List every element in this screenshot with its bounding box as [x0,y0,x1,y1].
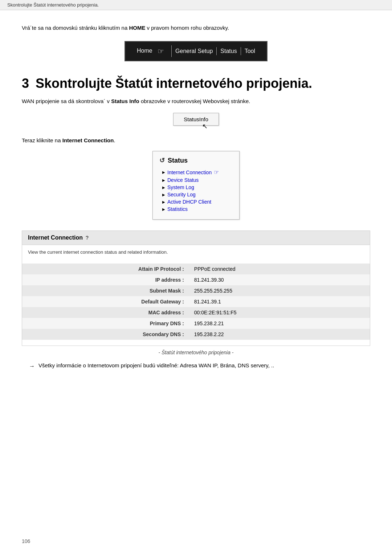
section-title: Skontrolujte Štatút internetového pripoj… [36,76,312,91]
table-row: MAC address : 00:0E:2E:91:51:F5 [22,307,370,318]
section-desc-before: WAN pripojenie sa dá skontrolova´ v [22,98,111,104]
nav-general-setup[interactable]: General Setup [172,47,217,55]
top-bar-label: Skontrolujte Štatút internetového pripoj… [7,2,99,8]
caption: - Štatút internetového pripojenia - [22,350,370,355]
value-4: 00:0E:2E:91:51:F5 [189,307,370,318]
nav-image-container: Home ☞ General Setup Status Tool [22,41,370,61]
label-2: Subnet Mask : [22,285,189,296]
statusinfo-container: StatusInfo ↖ [22,113,370,126]
statusinfo-button[interactable]: StatusInfo ↖ [173,113,219,126]
arrow-icon-4: ▶ [162,193,165,197]
label-5: Primary DNS : [22,318,189,329]
help-icon: ? [86,235,89,241]
click-instruction: Teraz kliknite na Internet Connection. [22,136,370,145]
status-item-label-1: Device Status [167,177,199,183]
intro-paragraph: Vrá´te sa na domovskú stránku kliknutím … [22,24,370,32]
click-after: . [114,137,115,143]
internet-connection-header: Internet Connection ? [22,231,370,245]
footer-note: → Všetky informácie o Internetovom pripo… [29,361,370,371]
cursor-icon-menu: ☞ [214,169,219,176]
internet-connection-description: View the current internet connection sta… [28,249,168,255]
section-number: 3 [22,76,29,91]
nav-tool[interactable]: Tool [241,47,259,55]
status-refresh-icon: ↺ [159,156,165,164]
status-item-label-2: System Log [167,184,194,190]
table-row: IP address : 81.241.39.30 [22,274,370,285]
value-5: 195.238.2.21 [189,318,370,329]
intro-bold: HOME [129,25,145,31]
value-1: 81.241.39.30 [189,274,370,285]
internet-connection-box: Internet Connection ? View the current i… [22,230,370,346]
status-menu-title: ↺ Status [159,156,229,164]
status-item-label-5: Statistics [167,206,188,212]
value-0: PPPoE connected [189,264,370,274]
label-1: IP address : [22,274,189,285]
section-desc-after: obrazovke v routerovskej Webovskej strán… [139,98,250,104]
statusinfo-cursor-icon: ↖ [202,122,208,130]
nav-status[interactable]: Status [217,47,241,55]
footer-arrow-icon: → [29,362,35,371]
click-bold: Internet Connection [62,137,114,143]
nav-home[interactable]: Home ☞ [133,45,172,57]
status-menu-system-log[interactable]: ▶ System Log [159,184,229,191]
section-heading: 3 Skontrolujte Štatút internetového prip… [22,76,370,91]
footer-note-text: Všetky informácie o Internetovom pripoje… [38,361,274,371]
value-6: 195.238.2.22 [189,329,370,340]
status-menu-container: ↺ Status ▶ Internet Connection ☞ ▶ Devic… [22,151,370,220]
statusinfo-label: StatusInfo [184,116,208,122]
status-menu-device-status[interactable]: ▶ Device Status [159,176,229,184]
table-row: Subnet Mask : 255.255.255.255 [22,285,370,296]
label-4: MAC address : [22,307,189,318]
status-item-label-0: Internet Connection [167,170,212,175]
arrow-icon-2: ▶ [162,178,165,182]
label-6: Secondary DNS : [22,329,189,340]
status-menu-statistics[interactable]: ▶ Statistics [159,205,229,213]
main-content: Vrá´te sa na domovskú stránku kliknutím … [0,10,392,389]
status-item-label-4: Active DHCP Client [167,199,211,205]
arrow-icon-1: ▶ [162,170,165,174]
cursor-icon: ☞ [154,46,168,56]
arrow-icon-3: ▶ [162,185,165,189]
section-desc: WAN pripojenie sa dá skontrolova´ v Stat… [22,97,370,106]
status-menu: ↺ Status ▶ Internet Connection ☞ ▶ Devic… [152,151,240,220]
status-menu-security-log[interactable]: ▶ Security Log [159,191,229,198]
table-row: Primary DNS : 195.238.2.21 [22,318,370,329]
nav-bar-mockup: Home ☞ General Setup Status Tool [124,41,268,61]
internet-connection-title: Internet Connection [28,234,83,241]
label-3: Default Gateway : [22,296,189,307]
status-menu-internet-connection[interactable]: ▶ Internet Connection ☞ [159,168,229,176]
section-desc-bold: Status Info [111,98,139,104]
arrow-icon-5: ▶ [162,200,165,204]
value-2: 255.255.255.255 [189,285,370,296]
table-row: Secondary DNS : 195.238.2.22 [22,329,370,340]
intro-after: v pravom hornom rohu obrazovky. [145,25,229,31]
table-row: Attain IP Protocol : PPPoE connected [22,264,370,274]
arrow-icon-6: ▶ [162,207,165,211]
info-table-body: Attain IP Protocol : PPPoE connected IP … [22,264,370,340]
value-3: 81.241.39.1 [189,296,370,307]
label-0: Attain IP Protocol : [22,264,189,274]
status-menu-active-dhcp[interactable]: ▶ Active DHCP Client [159,198,229,205]
click-before: Teraz kliknite na [22,137,62,143]
info-table: Attain IP Protocol : PPPoE connected IP … [22,264,370,340]
intro-before: Vrá´te sa na domovskú stránku kliknutím … [22,25,129,31]
status-menu-heading: Status [168,157,188,164]
internet-connection-desc: View the current internet connection sta… [22,245,370,261]
table-row: Default Gateway : 81.241.39.1 [22,296,370,307]
top-bar: Skontrolujte Štatút internetového pripoj… [0,0,392,10]
status-item-label-3: Security Log [167,192,196,197]
page-number: 106 [22,538,30,544]
